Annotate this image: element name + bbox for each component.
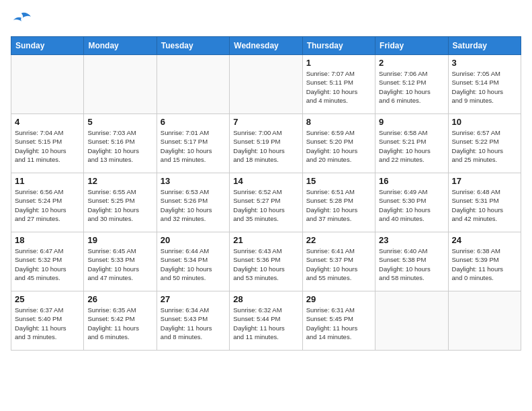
calendar-cell: 6Sunrise: 7:01 AMSunset: 5:17 PMDaylight… [157,114,229,173]
day-info: Sunrise: 6:45 AMSunset: 5:33 PMDaylight:… [87,246,152,282]
calendar-cell [448,291,521,351]
calendar-cell: 4Sunrise: 7:04 AMSunset: 5:15 PMDaylight… [11,114,84,173]
day-info: Sunrise: 7:01 AMSunset: 5:17 PMDaylight:… [161,128,226,164]
day-number: 20 [161,235,226,245]
calendar-cell: 22Sunrise: 6:41 AMSunset: 5:37 PMDayligh… [302,232,375,291]
calendar-cell: 10Sunrise: 6:57 AMSunset: 5:22 PMDayligh… [448,114,521,173]
day-number: 3 [452,58,517,68]
day-number: 1 [306,58,371,68]
day-number: 24 [452,235,517,245]
calendar-cell [375,291,448,351]
calendar-cell [157,55,229,114]
day-info: Sunrise: 6:47 AMSunset: 5:32 PMDaylight:… [15,246,80,282]
day-info: Sunrise: 6:41 AMSunset: 5:37 PMDaylight:… [306,246,371,282]
day-info: Sunrise: 6:56 AMSunset: 5:24 PMDaylight:… [15,187,80,223]
day-info: Sunrise: 6:35 AMSunset: 5:42 PMDaylight:… [87,306,152,341]
calendar-cell: 13Sunrise: 6:53 AMSunset: 5:26 PMDayligh… [157,173,229,232]
calendar-cell: 19Sunrise: 6:45 AMSunset: 5:33 PMDayligh… [84,232,157,291]
day-info: Sunrise: 6:51 AMSunset: 5:28 PMDaylight:… [306,187,371,223]
calendar-cell: 21Sunrise: 6:43 AMSunset: 5:36 PMDayligh… [230,232,302,291]
day-number: 7 [233,117,298,127]
logo [11,11,35,30]
day-info: Sunrise: 6:31 AMSunset: 5:45 PMDaylight:… [306,306,371,341]
day-number: 26 [87,294,152,304]
calendar-cell: 23Sunrise: 6:40 AMSunset: 5:38 PMDayligh… [375,232,448,291]
day-number: 22 [306,235,371,245]
day-number: 8 [306,117,371,127]
calendar-cell: 8Sunrise: 6:59 AMSunset: 5:20 PMDaylight… [302,114,375,173]
day-info: Sunrise: 6:55 AMSunset: 5:25 PMDaylight:… [87,187,152,223]
calendar-cell: 15Sunrise: 6:51 AMSunset: 5:28 PMDayligh… [302,173,375,232]
day-info: Sunrise: 6:53 AMSunset: 5:26 PMDaylight:… [161,187,226,223]
calendar-cell: 7Sunrise: 7:00 AMSunset: 5:19 PMDaylight… [230,114,302,173]
calendar-cell: 28Sunrise: 6:32 AMSunset: 5:44 PMDayligh… [230,291,302,351]
calendar-week-row: 4Sunrise: 7:04 AMSunset: 5:15 PMDaylight… [11,114,521,173]
calendar-cell: 14Sunrise: 6:52 AMSunset: 5:27 PMDayligh… [230,173,302,232]
calendar-cell: 11Sunrise: 6:56 AMSunset: 5:24 PMDayligh… [11,173,84,232]
day-number: 13 [161,176,226,186]
day-info: Sunrise: 6:49 AMSunset: 5:30 PMDaylight:… [379,187,444,223]
calendar-cell: 20Sunrise: 6:44 AMSunset: 5:34 PMDayligh… [157,232,229,291]
calendar-cell [230,55,302,114]
calendar-cell: 17Sunrise: 6:48 AMSunset: 5:31 PMDayligh… [448,173,521,232]
day-info: Sunrise: 6:59 AMSunset: 5:20 PMDaylight:… [306,128,371,164]
calendar-cell: 29Sunrise: 6:31 AMSunset: 5:45 PMDayligh… [302,291,375,351]
page-header [11,11,521,30]
day-info: Sunrise: 6:40 AMSunset: 5:38 PMDaylight:… [379,246,444,282]
calendar-cell: 9Sunrise: 6:58 AMSunset: 5:21 PMDaylight… [375,114,448,173]
day-number: 18 [15,235,80,245]
calendar-cell: 24Sunrise: 6:38 AMSunset: 5:39 PMDayligh… [448,232,521,291]
calendar-cell: 1Sunrise: 7:07 AMSunset: 5:11 PMDaylight… [302,55,375,114]
day-number: 11 [15,176,80,186]
day-info: Sunrise: 6:44 AMSunset: 5:34 PMDaylight:… [161,246,226,282]
day-header-tuesday: Tuesday [157,37,229,55]
day-info: Sunrise: 6:48 AMSunset: 5:31 PMDaylight:… [452,187,517,223]
day-number: 15 [306,176,371,186]
day-number: 6 [161,117,226,127]
day-header-saturday: Saturday [448,37,521,55]
day-number: 5 [87,117,152,127]
calendar-cell: 25Sunrise: 6:37 AMSunset: 5:40 PMDayligh… [11,291,84,351]
day-number: 2 [379,58,444,68]
day-header-thursday: Thursday [302,37,375,55]
logo-icon [11,11,32,30]
day-number: 29 [306,294,371,304]
day-number: 23 [379,235,444,245]
calendar-table: SundayMondayTuesdayWednesdayThursdayFrid… [11,36,521,351]
day-number: 17 [452,176,517,186]
day-number: 27 [161,294,226,304]
calendar-cell: 27Sunrise: 6:34 AMSunset: 5:43 PMDayligh… [157,291,229,351]
day-number: 16 [379,176,444,186]
day-info: Sunrise: 6:37 AMSunset: 5:40 PMDaylight:… [15,306,80,341]
day-number: 10 [452,117,517,127]
day-header-friday: Friday [375,37,448,55]
calendar-cell [84,55,157,114]
calendar-cell: 5Sunrise: 7:03 AMSunset: 5:16 PMDaylight… [84,114,157,173]
day-info: Sunrise: 6:43 AMSunset: 5:36 PMDaylight:… [233,246,298,282]
day-info: Sunrise: 6:38 AMSunset: 5:39 PMDaylight:… [452,246,517,282]
day-number: 25 [15,294,80,304]
day-number: 28 [233,294,298,304]
day-info: Sunrise: 6:58 AMSunset: 5:21 PMDaylight:… [379,128,444,164]
calendar-cell: 12Sunrise: 6:55 AMSunset: 5:25 PMDayligh… [84,173,157,232]
day-info: Sunrise: 7:04 AMSunset: 5:15 PMDaylight:… [15,128,80,164]
day-info: Sunrise: 7:05 AMSunset: 5:14 PMDaylight:… [452,69,517,105]
day-number: 14 [233,176,298,186]
day-info: Sunrise: 7:06 AMSunset: 5:12 PMDaylight:… [379,69,444,105]
calendar-cell: 18Sunrise: 6:47 AMSunset: 5:32 PMDayligh… [11,232,84,291]
day-info: Sunrise: 6:34 AMSunset: 5:43 PMDaylight:… [161,306,226,341]
day-number: 19 [87,235,152,245]
day-number: 4 [15,117,80,127]
calendar-cell [11,55,84,114]
calendar-week-row: 25Sunrise: 6:37 AMSunset: 5:40 PMDayligh… [11,291,521,351]
calendar-cell: 16Sunrise: 6:49 AMSunset: 5:30 PMDayligh… [375,173,448,232]
day-header-sunday: Sunday [11,37,84,55]
day-info: Sunrise: 6:57 AMSunset: 5:22 PMDaylight:… [452,128,517,164]
day-number: 21 [233,235,298,245]
calendar-header-row: SundayMondayTuesdayWednesdayThursdayFrid… [11,37,521,55]
day-info: Sunrise: 7:00 AMSunset: 5:19 PMDaylight:… [233,128,298,164]
calendar-week-row: 18Sunrise: 6:47 AMSunset: 5:32 PMDayligh… [11,232,521,291]
day-info: Sunrise: 6:52 AMSunset: 5:27 PMDaylight:… [233,187,298,223]
calendar-cell: 2Sunrise: 7:06 AMSunset: 5:12 PMDaylight… [375,55,448,114]
day-info: Sunrise: 7:07 AMSunset: 5:11 PMDaylight:… [306,69,371,105]
